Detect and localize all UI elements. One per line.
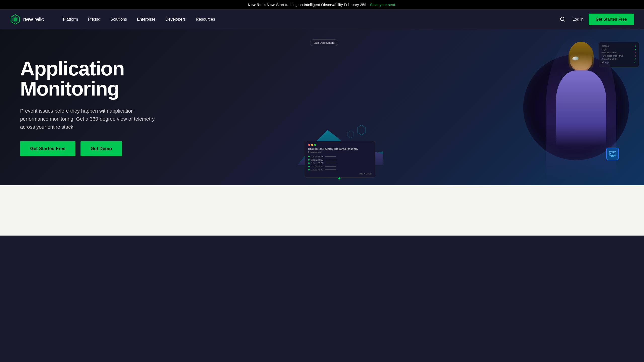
stat-value-2: ● bbox=[635, 48, 636, 51]
hero-title: Application Monitoring bbox=[20, 59, 161, 99]
alert-card: Broken Link Alerts Triggered Recently In… bbox=[305, 141, 375, 178]
nav-item-developers[interactable]: Developers bbox=[162, 15, 190, 24]
diamond-icon: ◆ bbox=[338, 176, 341, 180]
hero-buttons: Get Started Free Get Demo bbox=[20, 141, 161, 156]
hero-image-area: Last Deployment Criteos ● Login ● ~4% Er… bbox=[290, 29, 644, 185]
stat-value-4: ↑ bbox=[635, 55, 636, 57]
hero-title-line1: Application bbox=[20, 57, 124, 80]
hero-get-started-button[interactable]: Get Started Free bbox=[20, 141, 75, 156]
hero-title-line2: Monitoring bbox=[20, 77, 119, 100]
logo-link[interactable]: new relic bbox=[10, 14, 44, 25]
alert-row-4: 12.21.28:13 ━━━━━━━━━ bbox=[308, 165, 372, 168]
hero-get-demo-button[interactable]: Get Demo bbox=[80, 141, 122, 156]
stat-value-6: ✓ bbox=[634, 61, 636, 64]
stat-value-5: ✓ bbox=[634, 58, 636, 60]
nav-get-started-button[interactable]: Get Started Free bbox=[589, 14, 634, 25]
announcement-banner: New Relic Now Start training on Intellig… bbox=[0, 0, 644, 9]
alert-row-5: 12.21.32:32 ━━━━━━━━━ bbox=[308, 168, 372, 171]
nav-links: Platform Pricing Solutions Enterprise De… bbox=[59, 15, 558, 24]
nav-actions: Log in Get Started Free bbox=[558, 14, 634, 25]
nav-item-platform[interactable]: Platform bbox=[59, 15, 82, 24]
nav-item-solutions[interactable]: Solutions bbox=[106, 15, 131, 24]
navbar: new relic Platform Pricing Solutions Ent… bbox=[0, 9, 644, 29]
nav-item-enterprise[interactable]: Enterprise bbox=[133, 15, 159, 24]
hero-section: Application Monitoring Prevent issues be… bbox=[0, 29, 644, 185]
logo-icon bbox=[10, 14, 21, 25]
alert-card-title: Broken Link Alerts Triggered Recently bbox=[308, 147, 372, 150]
alert-card-subtitle: Infrastructure bbox=[308, 151, 372, 153]
below-fold-section bbox=[0, 185, 644, 236]
announcement-message: Start training on Intelligent Observabil… bbox=[276, 3, 369, 7]
announcement-brand: New Relic Now bbox=[248, 3, 275, 7]
nav-item-resources[interactable]: Resources bbox=[192, 15, 219, 24]
login-link[interactable]: Log in bbox=[573, 17, 584, 22]
search-button[interactable] bbox=[558, 15, 568, 24]
stat-value-1: ● bbox=[635, 45, 636, 47]
deployment-badge-text: Last Deployment bbox=[314, 41, 335, 44]
hero-visual: Last Deployment Criteos ● Login ● ~4% Er… bbox=[290, 29, 644, 185]
nav-item-pricing[interactable]: Pricing bbox=[84, 15, 104, 24]
svg-rect-7 bbox=[609, 151, 616, 155]
svg-marker-6 bbox=[348, 131, 354, 138]
alert-card-dots bbox=[308, 144, 372, 146]
stat-value-3: ↑ bbox=[635, 51, 636, 54]
announcement-cta[interactable]: Save your seat. bbox=[370, 3, 396, 7]
svg-marker-5 bbox=[358, 125, 365, 135]
alert-row-3: 12.21.26:21 ━━━━━━━━━ bbox=[308, 162, 372, 164]
alert-card-footer: Info + Graph bbox=[308, 172, 372, 175]
search-icon bbox=[560, 17, 566, 22]
svg-line-4 bbox=[564, 20, 565, 22]
logo-text: new relic bbox=[23, 16, 44, 23]
monitor-icon bbox=[606, 148, 619, 160]
deployment-badge: Last Deployment bbox=[310, 39, 338, 46]
hero-description: Prevent issues before they happen with a… bbox=[20, 107, 161, 131]
alert-row-2: 12.21.24:16 ━━━━━━━━━ bbox=[308, 159, 372, 161]
alert-row-1: 12.21.22:13 ━━━━━━━━━ bbox=[308, 155, 372, 158]
hero-content: Application Monitoring Prevent issues be… bbox=[20, 59, 161, 156]
